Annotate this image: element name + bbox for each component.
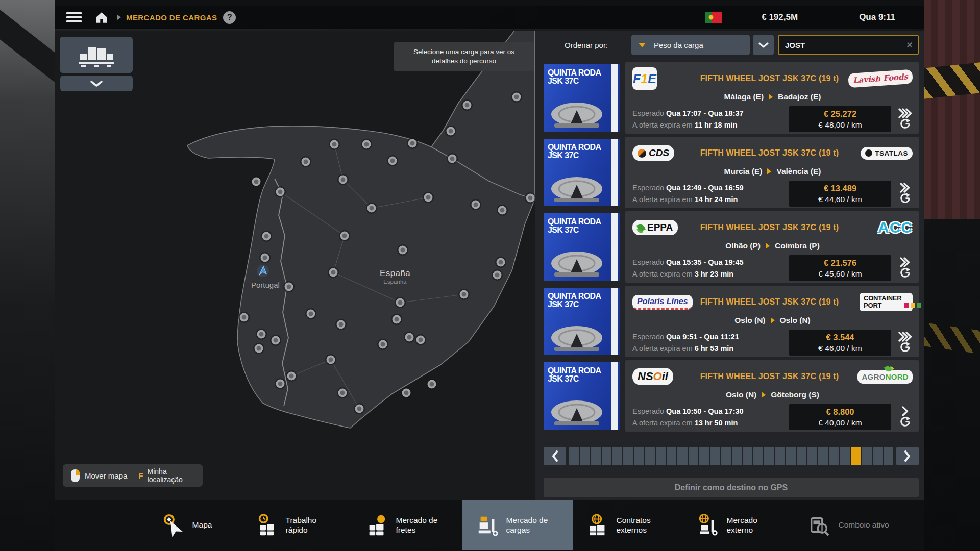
help-button[interactable]: ? xyxy=(223,11,236,24)
page-segment[interactable] xyxy=(775,447,785,465)
tab-mercado-de-fretes[interactable]: Mercado de fretes xyxy=(352,500,462,550)
cargo-offer-card[interactable]: CDS FIFTH WHEEL JOST JSK 37C (19 t) TSAT… xyxy=(625,137,919,208)
page-segment[interactable] xyxy=(602,447,611,465)
next-page-button[interactable] xyxy=(896,447,919,465)
receiver-logo: CONTAINER PORT xyxy=(860,293,913,311)
cargo-overview-button[interactable] xyxy=(60,37,133,73)
cargo-offer-row[interactable]: QUINTA RODAJSK 37C NSOil FIFTH WHEEL JOS… xyxy=(544,360,919,432)
page-segment[interactable] xyxy=(797,447,806,465)
sort-value: Peso da carga xyxy=(654,41,703,49)
cargo-title: FIFTH WHEEL JOST JSK 37C (19 t) xyxy=(683,372,855,381)
page-segment[interactable] xyxy=(818,447,828,465)
page-segment[interactable] xyxy=(569,447,579,465)
page-segment[interactable] xyxy=(612,447,622,465)
page-segment[interactable] xyxy=(873,447,883,465)
tab-mapa[interactable]: Mapa xyxy=(132,500,242,550)
page-segments xyxy=(569,447,893,465)
set-gps-destination-button[interactable]: Definir como destino no GPS xyxy=(544,478,919,497)
prev-page-button[interactable] xyxy=(544,447,566,465)
bottom-navigation: Mapa Trabalho rápido Mercado de fretes xyxy=(55,500,924,550)
page-segment[interactable] xyxy=(732,447,742,465)
tab-mercado-externo[interactable]: Mercado externo xyxy=(683,500,793,550)
page-segment[interactable] xyxy=(689,447,698,465)
cargo-offer-card[interactable]: F1E FIFTH WHEEL JOST JSK 37C (19 t) Lavi… xyxy=(625,62,919,134)
offer-price: € 3.544 xyxy=(826,333,854,342)
page-segment[interactable] xyxy=(807,447,817,465)
quick-travel-icon xyxy=(900,342,911,355)
map-view[interactable] xyxy=(55,31,535,500)
cargo-title: FIFTH WHEEL JOST JSK 37C (19 t) xyxy=(683,223,855,232)
page-segment[interactable] xyxy=(884,447,893,465)
cargo-offer-row[interactable]: QUINTA RODAJSK 37C Polaris Lines FIFTH W… xyxy=(544,286,919,357)
page-segment[interactable] xyxy=(786,447,796,465)
page-segment[interactable] xyxy=(591,447,600,465)
tab-mercado-de-cargas[interactable]: Mercado de cargas xyxy=(462,500,573,550)
page-segment[interactable] xyxy=(862,447,871,465)
clear-search-icon[interactable]: × xyxy=(901,39,918,51)
page-segment[interactable] xyxy=(699,447,709,465)
page-segment[interactable] xyxy=(743,447,752,465)
offer-price: € 25.272 xyxy=(824,109,856,119)
page-segment[interactable] xyxy=(840,447,850,465)
cargo-title: FIFTH WHEEL JOST JSK 37C (19 t) xyxy=(683,74,855,83)
route-arrow-icon xyxy=(769,94,773,100)
quick-job-icon xyxy=(255,513,279,537)
page-segment[interactable] xyxy=(710,447,720,465)
route: Murcia (E) València (E) xyxy=(632,167,913,176)
origin-city: Murcia (E) xyxy=(724,167,763,176)
collapse-button[interactable] xyxy=(60,76,133,91)
destination-city: Coimbra (P) xyxy=(775,241,820,251)
hamburger-menu-icon[interactable] xyxy=(66,12,82,22)
page-segment[interactable] xyxy=(580,447,590,465)
distance-chevrons-icon xyxy=(900,183,910,193)
page-segment[interactable] xyxy=(851,447,861,465)
route-details-tooltip: Selecione uma carga para ver os detalhes… xyxy=(394,42,534,71)
route-arrow-icon xyxy=(766,243,770,249)
cargo-thumbnail: QUINTA RODAJSK 37C xyxy=(544,362,620,430)
cargo-offer-row[interactable]: QUINTA RODAJSK 37C CDS FIFTH WHEEL JOST … xyxy=(544,137,919,208)
page-segment[interactable] xyxy=(645,447,655,465)
distance-chevrons-icon xyxy=(898,332,912,342)
cargo-title: FIFTH WHEEL JOST JSK 37C (19 t) xyxy=(683,297,855,307)
price-box: € 8.800 € 40,00 / km xyxy=(789,404,891,430)
sort-direction-button[interactable] xyxy=(753,35,774,55)
route: Oslo (N) Göteborg (S) xyxy=(632,390,913,399)
player-money: € 192,5M xyxy=(762,12,798,22)
page-segment[interactable] xyxy=(656,447,666,465)
sort-dropdown[interactable]: Peso da carga xyxy=(631,35,750,55)
origin-city: Málaga (E) xyxy=(724,92,764,102)
page-segment[interactable] xyxy=(721,447,730,465)
tab-trabalho-rapido[interactable]: Trabalho rápido xyxy=(242,500,352,550)
sender-logo: CDS xyxy=(632,145,674,161)
pagination xyxy=(544,447,919,465)
tab-contratos-externos[interactable]: Contratos externos xyxy=(573,500,683,550)
page-segment[interactable] xyxy=(764,447,774,465)
offer-price: € 21.576 xyxy=(824,258,856,268)
distance-chevrons-icon xyxy=(900,257,910,267)
cargo-offer-card[interactable]: EPPA FIFTH WHEEL JOST JSK 37C (19 t) ACC… xyxy=(625,211,919,283)
destination-city: València (E) xyxy=(776,167,821,176)
map-panel[interactable]: EspañaEspanha Portugal Selecione uma car… xyxy=(55,31,535,500)
chevron-right-icon xyxy=(903,450,912,462)
cargo-offer-row[interactable]: QUINTA RODAJSK 37C EPPA FIFTH WHEEL JOST… xyxy=(544,211,919,283)
quick-travel-icon xyxy=(900,118,911,131)
page-segment[interactable] xyxy=(634,447,644,465)
page-segment[interactable] xyxy=(623,447,633,465)
page-segment[interactable] xyxy=(677,447,687,465)
cargo-offer-row[interactable]: QUINTA RODAJSK 37C F1E FIFTH WHEEL JOST … xyxy=(544,62,919,134)
page-segment[interactable] xyxy=(667,447,676,465)
price-box: € 21.576 € 45,60 / km xyxy=(789,255,891,281)
page-segment[interactable] xyxy=(753,447,763,465)
destination-city: Göteborg (S) xyxy=(771,390,819,399)
cargo-offer-card[interactable]: NSOil FIFTH WHEEL JOST JSK 37C (19 t) AG… xyxy=(625,360,919,432)
search-input[interactable] xyxy=(779,41,901,49)
page-segment[interactable] xyxy=(829,447,839,465)
sort-label: Ordenar por: xyxy=(565,41,608,49)
price-per-km: € 45,60 / km xyxy=(818,269,862,279)
sender-logo: F1E xyxy=(632,67,657,90)
home-button[interactable] xyxy=(95,11,108,23)
fifth-wheel-image xyxy=(547,320,609,354)
my-location-hint: Minha localização xyxy=(148,467,194,484)
breadcrumb-separator-icon xyxy=(117,15,121,20)
cargo-offer-card[interactable]: Polaris Lines FIFTH WHEEL JOST JSK 37C (… xyxy=(625,286,919,357)
